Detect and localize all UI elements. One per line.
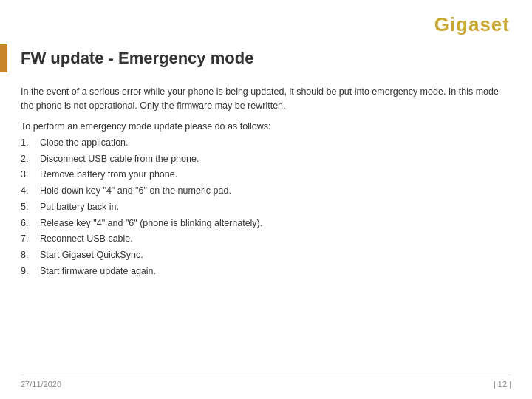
steps-list: 1.Close the application.2.Disconnect USB… (21, 136, 511, 279)
page: Gigaset FW update - Emergency mode In th… (0, 0, 532, 399)
list-number: 6. (21, 216, 40, 231)
list-item: 1.Close the application. (21, 136, 511, 150)
list-item-text: Close the application. (40, 136, 511, 150)
list-item-text: Hold down key "4" and "6" on the numeric… (40, 184, 511, 198)
list-item: 6.Release key "4" and "6" (phone is blin… (21, 216, 511, 231)
list-item: 9.Start firmware update again. (21, 265, 511, 279)
list-item: 2.Disconnect USB cable from the phone. (21, 152, 511, 166)
list-number: 5. (21, 200, 40, 214)
intro-paragraph: In the event of a serious error while yo… (21, 85, 511, 114)
footer-page: | 12 | (494, 380, 511, 389)
list-number: 2. (21, 152, 40, 166)
page-title: FW update - Emergency mode (21, 49, 253, 68)
perform-text: To perform an emergency mode update plea… (21, 121, 511, 132)
list-number: 1. (21, 136, 40, 150)
list-item: 3.Remove battery from your phone. (21, 168, 511, 182)
list-item: 5.Put battery back in. (21, 200, 511, 214)
footer-date: 27/11/2020 (21, 380, 61, 389)
list-item: 7.Reconnect USB cable. (21, 232, 511, 246)
list-number: 3. (21, 168, 40, 182)
list-item-text: Start Gigaset QuickSync. (40, 248, 511, 262)
list-number: 8. (21, 248, 40, 262)
list-item-text: Disconnect USB cable from the phone. (40, 152, 511, 166)
list-item-text: Put battery back in. (40, 200, 511, 214)
list-item: 8.Start Gigaset QuickSync. (21, 248, 511, 262)
list-number: 4. (21, 184, 40, 198)
title-accent-bar (0, 44, 7, 72)
list-item-text: Release key "4" and "6" (phone is blinki… (40, 216, 511, 231)
main-content: In the event of a serious error while yo… (21, 85, 511, 362)
list-number: 9. (21, 265, 40, 279)
list-item-text: Remove battery from your phone. (40, 168, 511, 182)
list-item-text: Start firmware update again. (40, 265, 511, 279)
gigaset-logo: Gigaset (434, 13, 510, 36)
list-item: 4.Hold down key "4" and "6" on the numer… (21, 184, 511, 198)
title-section: FW update - Emergency mode (0, 44, 532, 72)
list-number: 7. (21, 232, 40, 246)
list-item-text: Reconnect USB cable. (40, 232, 511, 246)
footer: 27/11/2020 | 12 | (21, 375, 511, 389)
